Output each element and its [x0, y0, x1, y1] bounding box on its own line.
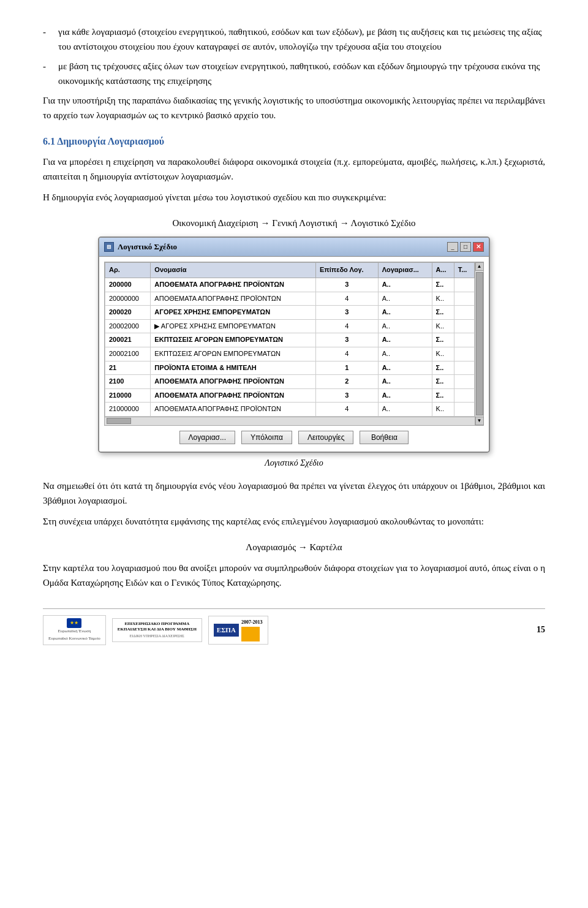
hscroll-thumb[interactable] [107, 418, 131, 424]
table-body: 200000 ΑΠΟΘΕΜΑΤΑ ΑΠΟΓΡΑΦΗΣ ΠΡΟΪΟΝΤΩΝ 3 Α… [105, 278, 475, 416]
cell-a: Κ.. [432, 403, 454, 417]
cell-name: ΑΠΟΘΕΜΑΤΑ ΑΠΟΓΡΑΦΗΣ ΠΡΟΪΟΝΤΩΝ [151, 388, 316, 403]
cell-a: Σ.. [432, 375, 454, 389]
maximize-button[interactable]: □ [460, 242, 471, 252]
logistiko-window: ⊞ Λογιστικό Σχέδιο _ □ ✕ Αρ. Ονομασία Επ… [98, 236, 490, 453]
cell-id: 20002000 [105, 319, 151, 333]
table-row[interactable]: 2100 ΑΠΟΘΕΜΑΤΑ ΑΠΟΓΡΑΦΗΣ ΠΡΟΪΟΝΤΩΝ 2 Α..… [105, 375, 475, 389]
scroll-up-button[interactable]: ▲ [475, 262, 484, 271]
section-intro: Για να μπορέσει η επιχείρηση να παρακολο… [43, 154, 545, 184]
cell-t [454, 361, 474, 375]
table-row[interactable]: 20002100 ΕΚΠΤΩΣΕΙΣ ΑΓΟΡΩΝ ΕΜΠΟΡΕΥΜΑΤΩΝ 4… [105, 347, 475, 361]
cell-t [454, 375, 474, 389]
eu-logo-text2: Ευρωπαϊκό Κοινωνικό Ταμείο [48, 635, 100, 642]
nav-path-1: Οικονομική Διαχείριση → Γενική Λογιστική… [43, 216, 545, 230]
cell-a: Κ.. [432, 319, 454, 333]
espa-logo: ΕΣΠΑ 2007-2013 [208, 616, 268, 645]
continuation-paragraph: Στη συνέχεια υπάρχει δυνατότητα εμφάνιση… [43, 514, 545, 529]
cell-level: 4 [315, 347, 378, 361]
table-row[interactable]: 200020 ΑΓΟΡΕΣ ΧΡΗΣΗΣ ΕΜΠΟΡΕΥΜΑΤΩΝ 3 Α.. … [105, 306, 475, 320]
cell-acc: Α.. [378, 361, 432, 375]
espa-yellow-bar [241, 627, 260, 641]
vscroll-thumb[interactable] [476, 272, 483, 415]
btn-leitourgies[interactable]: Λειτουργίες [298, 431, 353, 444]
accounts-table: Αρ. Ονομασία Επίπεδο Λογ. Λογαριασ... Α.… [105, 262, 475, 417]
cell-acc: Α.. [378, 292, 432, 306]
col-t: Τ... [454, 263, 474, 278]
cell-a: Κ.. [432, 347, 454, 361]
window-controls[interactable]: _ □ ✕ [447, 242, 484, 252]
cell-level: 3 [315, 388, 378, 403]
program-text: ΕΠΙΧΕΙΡΗΣΙΑΚΟ ΠΡΟΓΡΑΜΜΑΕΚΠΑΙΔΕΥΣΗ ΚΑΙ ΔΙ… [118, 621, 197, 632]
vertical-scrollbar[interactable]: ▲ ▼ [475, 262, 483, 425]
cell-acc: Α.. [378, 388, 432, 403]
table-row[interactable]: 21 ΠΡΟΪΟΝΤΑ ΕΤΟΙΜΑ & ΗΜΙΤΕΛΗ 1 Α.. Σ.. [105, 361, 475, 375]
cell-name: ΠΡΟΪΟΝΤΑ ΕΤΟΙΜΑ & ΗΜΙΤΕΛΗ [151, 361, 316, 375]
table-row[interactable]: 20000000 ΑΠΟΘΕΜΑΤΑ ΑΠΟΓΡΑΦΗΣ ΠΡΟΪΟΝΤΩΝ 4… [105, 292, 475, 306]
cell-name: ΕΚΠΤΩΣΕΙΣ ΑΓΟΡΩΝ ΕΜΠΟΡΕΥΜΑΤΩΝ [151, 333, 316, 347]
window-content: Αρ. Ονομασία Επίπεδο Λογ. Λογαριασ... Α.… [99, 257, 489, 452]
table-row[interactable]: 210000 ΑΠΟΘΕΜΑΤΑ ΑΠΟΓΡΑΦΗΣ ΠΡΟΪΟΝΤΩΝ 3 Α… [105, 388, 475, 403]
section-heading: 6.1 Δημιουργία Λογαριασμού [43, 134, 545, 149]
bullet-dash-2: - [43, 59, 55, 88]
col-acc: Λογαριασ... [378, 263, 432, 278]
cell-name: ΑΠΟΘΕΜΑΤΑ ΑΠΟΓΡΑΦΗΣ ΠΡΟΪΟΝΤΩΝ [151, 292, 316, 306]
cell-name: ΕΚΠΤΩΣΕΙΣ ΑΓΟΡΩΝ ΕΜΠΟΡΕΥΜΑΤΩΝ [151, 347, 316, 361]
cell-t [454, 347, 474, 361]
close-button[interactable]: ✕ [473, 242, 484, 252]
btn-voitheia[interactable]: Βοήθεια [360, 431, 409, 444]
bullet-dash-1: - [43, 25, 55, 54]
window-title-text: Λογιστικό Σχέδιο [118, 241, 177, 254]
cell-t [454, 319, 474, 333]
eu-logo: ★★ Ευρωπαϊκή Ένωση Ευρωπαϊκό Κοινωνικό Τ… [43, 615, 106, 645]
cell-a: Κ.. [432, 292, 454, 306]
cell-a: Σ.. [432, 361, 454, 375]
cell-acc: Α.. [378, 347, 432, 361]
col-a: Α... [432, 263, 454, 278]
table-row[interactable]: 20002000 ▶ ΑΓΟΡΕΣ ΧΡΗΣΗΣ ΕΜΠΟΡΕΥΜΑΤΩΝ 4 … [105, 319, 475, 333]
cell-level: 4 [315, 319, 378, 333]
bullet-text-2: με βάση τις τρέχουσες αξίες όλων των στο… [58, 59, 545, 88]
col-name: Ονομασία [151, 263, 316, 278]
espa-sub: 2007-2013 [241, 619, 263, 627]
cell-id: 200021 [105, 333, 151, 347]
cell-name: ΑΠΟΘΕΜΑΤΑ ΑΠΟΓΡΑΦΗΣ ΠΡΟΪΟΝΤΩΝ [151, 375, 316, 389]
minimize-button[interactable]: _ [447, 242, 458, 252]
cell-name: ΑΠΟΘΕΜΑΤΑ ΑΠΟΓΡΑΦΗΣ ΠΡΟΪΟΝΤΩΝ [151, 278, 316, 292]
eu-logo-text1: Ευρωπαϊκή Ένωση [58, 628, 91, 635]
cell-t [454, 333, 474, 347]
page-number: 15 [537, 623, 545, 637]
col-level: Επίπεδο Λογ. [315, 263, 378, 278]
cell-level: 3 [315, 278, 378, 292]
window-titlebar: ⊞ Λογιστικό Σχέδιο _ □ ✕ [99, 238, 489, 257]
cell-acc: Α.. [378, 306, 432, 320]
btn-ypoloipa[interactable]: Υπόλοιπα [241, 431, 292, 444]
horizontal-scrollbar[interactable] [105, 417, 475, 425]
cell-name: ▶ ΑΓΟΡΕΣ ΧΡΗΣΗΣ ΕΜΠΟΡΕΥΜΑΤΩΝ [151, 319, 316, 333]
cell-id: 20002100 [105, 347, 151, 361]
cell-acc: Α.. [378, 403, 432, 417]
cell-id: 200000 [105, 278, 151, 292]
table-row[interactable]: 21000000 ΑΠΟΘΕΜΑΤΑ ΑΠΟΓΡΑΦΗΣ ΠΡΟΪΟΝΤΩΝ 4… [105, 403, 475, 417]
cell-t [454, 388, 474, 403]
cell-id: 200020 [105, 306, 151, 320]
window-title-left: ⊞ Λογιστικό Σχέδιο [104, 241, 177, 254]
note-paragraph: Να σημειωθεί ότι ότι κατά τη δημιουργία … [43, 479, 545, 508]
cell-level: 1 [315, 361, 378, 375]
table-row[interactable]: 200000 ΑΠΟΘΕΜΑΤΑ ΑΠΟΓΡΑΦΗΣ ΠΡΟΪΟΝΤΩΝ 3 Α… [105, 278, 475, 292]
cell-level: 2 [315, 375, 378, 389]
cell-a: Σ.. [432, 388, 454, 403]
cell-t [454, 306, 474, 320]
cell-id: 20000000 [105, 292, 151, 306]
cell-acc: Α.. [378, 333, 432, 347]
btn-logariasmos[interactable]: Λογαριασ... [179, 431, 235, 444]
cell-acc: Α.. [378, 278, 432, 292]
bullet-item-1: - για κάθε λογαριασμό (στοιχείου ενεργητ… [43, 25, 545, 54]
scroll-down-button[interactable]: ▼ [475, 417, 484, 425]
cell-a: Σ.. [432, 306, 454, 320]
cell-level: 3 [315, 333, 378, 347]
window-buttons: Λογαριασ... Υπόλοιπα Λειτουργίες Βοήθεια [104, 426, 484, 447]
cell-id: 21 [105, 361, 151, 375]
table-row[interactable]: 200021 ΕΚΠΤΩΣΕΙΣ ΑΓΟΡΩΝ ΕΜΠΟΡΕΥΜΑΤΩΝ 3 Α… [105, 333, 475, 347]
cell-level: 3 [315, 306, 378, 320]
